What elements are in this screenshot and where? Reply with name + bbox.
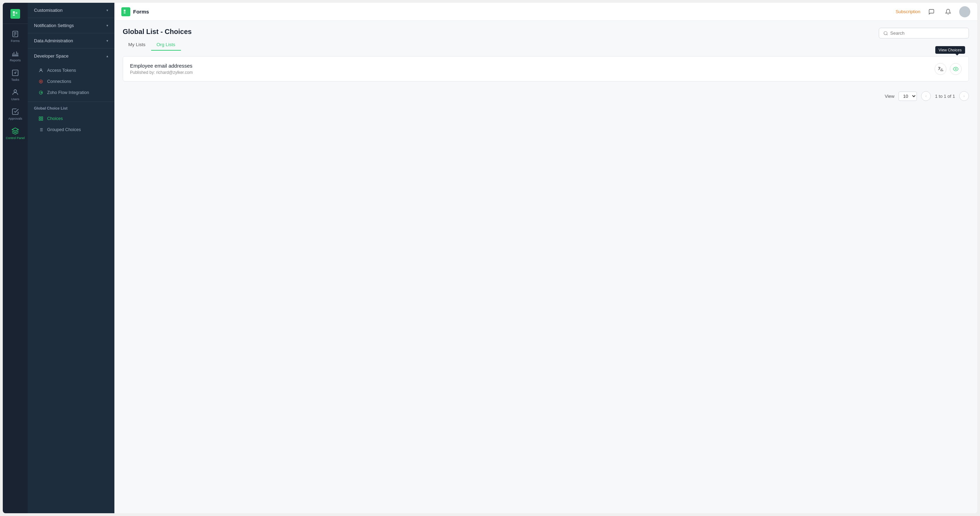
nav-header-notification[interactable]: Notification Settings ▾ xyxy=(28,18,115,33)
nav-item-access-tokens[interactable]: Access Tokens xyxy=(28,65,115,76)
svg-point-35 xyxy=(955,68,956,70)
grid-icon xyxy=(38,116,44,121)
svg-point-33 xyxy=(884,31,887,34)
header-logo xyxy=(121,7,130,16)
list-card-actions xyxy=(935,63,962,75)
svg-line-34 xyxy=(887,34,888,35)
sidebar-item-reports[interactable]: Reports xyxy=(3,46,28,65)
nav-section-customisation: Customisation ▾ xyxy=(28,3,115,18)
svg-rect-2 xyxy=(13,15,15,16)
icon-nav: Forms Reports Tasks xyxy=(3,3,28,513)
app-title: Forms xyxy=(121,7,149,16)
pagination-select[interactable]: 10 25 50 xyxy=(899,92,917,101)
app-wrapper: Forms Reports Tasks xyxy=(0,0,980,516)
list-card: View Choices Employee email addresses Pu… xyxy=(123,56,969,81)
svg-point-17 xyxy=(40,68,42,70)
view-action-btn[interactable] xyxy=(950,63,962,75)
global-choice-list-section: Global Choice List Choices xyxy=(28,102,115,139)
nav-item-zoho-flow[interactable]: Zoho Flow Integration xyxy=(28,87,115,98)
view-choices-tooltip: View Choices xyxy=(935,46,965,54)
message-icon-btn[interactable] xyxy=(926,6,937,18)
tab-org-lists[interactable]: Org Lists xyxy=(151,39,181,51)
list-card-content: Employee email addresses Published by: r… xyxy=(130,63,193,75)
chevron-down-icon: ▾ xyxy=(107,24,108,27)
pagination-prev-btn[interactable]: ‹ xyxy=(921,91,931,101)
svg-rect-30 xyxy=(124,10,126,11)
page-content: Global List - Choices My Lists Org Lists xyxy=(115,21,977,513)
nav-header-data-admin[interactable]: Data Administration ▾ xyxy=(28,33,115,48)
pagination-view-label: View xyxy=(885,94,894,99)
person-icon xyxy=(38,68,44,73)
nav-section-developer-space: Developer Space ▴ Access Tokens xyxy=(28,49,115,102)
chevron-up-icon: ▴ xyxy=(107,54,108,58)
svg-rect-32 xyxy=(124,13,126,13)
svg-rect-4 xyxy=(16,13,18,14)
sidebar-item-control-panel[interactable]: Control Panel xyxy=(3,124,28,143)
nav-section-notification: Notification Settings ▾ xyxy=(28,18,115,33)
pagination-row: View 10 25 50 ‹ 1 to 1 of 1 › xyxy=(123,91,969,101)
page-title-tabs: Global List - Choices My Lists Org Lists xyxy=(123,28,192,51)
app-logo-icon xyxy=(10,9,20,19)
nav-item-choices[interactable]: Choices xyxy=(28,113,115,124)
svg-rect-3 xyxy=(16,12,18,13)
svg-rect-20 xyxy=(39,117,41,118)
chevron-down-icon: ▾ xyxy=(107,8,108,12)
svg-rect-31 xyxy=(124,11,126,12)
page-title: Global List - Choices xyxy=(123,28,192,36)
developer-space-items: Access Tokens Connections xyxy=(28,64,115,102)
global-choice-list-label: Global Choice List xyxy=(28,102,115,111)
plug-icon xyxy=(38,79,44,84)
svg-rect-23 xyxy=(41,119,43,120)
app-logo xyxy=(3,6,28,24)
search-input[interactable] xyxy=(890,30,964,36)
list-card-title: Employee email addresses xyxy=(130,63,193,68)
header-right: Subscription xyxy=(896,6,970,18)
sidebar-item-approvals[interactable]: Approvals xyxy=(3,104,28,124)
svg-point-16 xyxy=(14,90,16,92)
svg-rect-1 xyxy=(13,14,15,14)
sidebar-item-tasks[interactable]: Tasks xyxy=(3,65,28,85)
top-header: Forms Subscription xyxy=(115,3,977,21)
list-icon xyxy=(38,127,44,132)
sidebar-item-users[interactable]: Users xyxy=(3,85,28,104)
page-tabs: My Lists Org Lists xyxy=(123,39,192,51)
svg-rect-21 xyxy=(41,117,43,118)
search-box[interactable] xyxy=(879,28,969,38)
pagination-next-btn[interactable]: › xyxy=(959,91,969,101)
nav-header-customisation[interactable]: Customisation ▾ xyxy=(28,3,115,18)
nav-item-grouped-choices[interactable]: Grouped Choices xyxy=(28,124,115,135)
nav-section-data-admin: Data Administration ▾ xyxy=(28,33,115,49)
subscription-link[interactable]: Subscription xyxy=(896,9,920,14)
svg-rect-22 xyxy=(39,119,41,120)
list-card-subtitle: Published by: richard@zylker.com xyxy=(130,70,193,75)
translate-action-btn[interactable] xyxy=(935,63,947,75)
search-icon xyxy=(883,31,888,36)
secondary-nav: Customisation ▾ Notification Settings ▾ … xyxy=(28,3,115,513)
tab-my-lists[interactable]: My Lists xyxy=(123,39,151,51)
pagination-info: 1 to 1 of 1 xyxy=(935,94,955,99)
main-content: Forms Subscription xyxy=(115,3,977,513)
notification-icon-btn[interactable] xyxy=(943,6,954,18)
user-avatar[interactable] xyxy=(959,6,970,18)
svg-rect-0 xyxy=(13,11,15,13)
sidebar-item-forms[interactable]: Forms xyxy=(3,27,28,46)
nav-header-developer-space[interactable]: Developer Space ▴ xyxy=(28,49,115,64)
chevron-down-icon: ▾ xyxy=(107,39,108,43)
nav-item-connections[interactable]: Connections xyxy=(28,76,115,87)
global-choice-items: Choices Grouped Choices xyxy=(28,111,115,139)
flow-icon xyxy=(38,90,44,96)
page-header-row: Global List - Choices My Lists Org Lists xyxy=(123,28,969,51)
